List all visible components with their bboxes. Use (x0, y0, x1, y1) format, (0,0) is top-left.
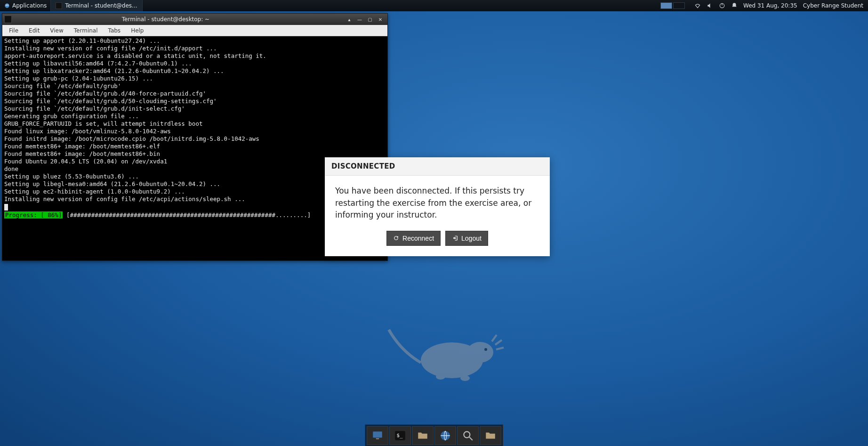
reconnect-label: Reconnect (402, 235, 434, 242)
terminal-icon (56, 2, 62, 9)
window-title: Terminal - student@desktop: ~ (15, 16, 345, 23)
terminal-icon: $_ (394, 430, 406, 442)
dialog-title: DISCONNECTED (325, 157, 550, 176)
dock: $_ (365, 424, 503, 446)
svg-point-2 (8, 5, 8, 6)
logout-icon (452, 235, 458, 241)
menu-view[interactable]: View (45, 26, 68, 35)
volume-icon[interactable] (707, 2, 713, 9)
logout-label: Logout (461, 235, 482, 242)
maximize-button[interactable]: ▢ (366, 16, 374, 23)
refresh-icon (393, 235, 399, 241)
clock[interactable]: Wed 31 Aug, 20:35 (743, 2, 797, 9)
titlebar[interactable]: Terminal - student@desktop: ~ ▴ — ▢ ✕ (2, 14, 387, 25)
workspace-2[interactable] (673, 2, 685, 9)
xfce-mouse-icon (4, 2, 10, 9)
taskbar-item-terminal[interactable]: Terminal - student@des... (51, 0, 142, 11)
user-menu[interactable]: Cyber Range Student (803, 2, 863, 9)
menu-file[interactable]: File (4, 26, 23, 35)
search-icon (462, 430, 474, 442)
wifi-icon[interactable] (694, 2, 701, 9)
svg-point-9 (460, 375, 470, 381)
top-panel: Applications Terminal - student@des... W… (0, 0, 868, 11)
dock-home[interactable] (480, 426, 501, 445)
reconnect-button[interactable]: Reconnect (386, 231, 441, 246)
svg-line-16 (469, 437, 473, 440)
rollup-button[interactable]: ▴ (345, 16, 354, 23)
svg-point-6 (467, 342, 493, 363)
svg-point-15 (464, 431, 470, 438)
logout-button[interactable]: Logout (445, 231, 488, 246)
menu-edit[interactable]: Edit (24, 26, 44, 35)
applications-menu[interactable]: Applications (0, 0, 51, 11)
taskbar-item-label: Terminal - student@des... (65, 2, 137, 9)
workspace-switcher[interactable] (660, 2, 685, 9)
menu-tabs[interactable]: Tabs (104, 26, 126, 35)
dock-search[interactable] (457, 426, 479, 445)
workspace-1[interactable] (660, 2, 672, 9)
svg-point-8 (436, 374, 445, 380)
globe-icon (439, 430, 451, 442)
close-button[interactable]: ✕ (376, 16, 385, 23)
terminal-app-icon (4, 16, 12, 23)
system-tray: Wed 31 Aug, 20:35 Cyber Range Student (690, 2, 868, 9)
dock-file-manager[interactable] (412, 426, 434, 445)
menu-help[interactable]: Help (126, 26, 148, 35)
notification-bell-icon[interactable] (731, 2, 738, 9)
desktop-mascot (386, 316, 508, 393)
dock-terminal[interactable]: $_ (389, 426, 411, 445)
menu-terminal[interactable]: Terminal (69, 26, 103, 35)
dialog-message: You have been disconnected. If this pers… (325, 176, 550, 231)
dock-show-desktop[interactable] (367, 426, 388, 445)
svg-rect-4 (722, 3, 722, 6)
menubar: File Edit View Terminal Tabs Help (2, 25, 387, 36)
folder-icon (484, 430, 497, 442)
svg-text:$_: $_ (396, 432, 403, 438)
dock-web-browser[interactable] (434, 426, 456, 445)
folder-icon (417, 430, 429, 442)
svg-rect-11 (376, 438, 379, 439)
svg-rect-10 (373, 431, 382, 438)
desktop-icon (371, 430, 384, 442)
disconnected-dialog: DISCONNECTED You have been disconnected.… (325, 157, 550, 256)
minimize-button[interactable]: — (355, 16, 364, 23)
power-icon[interactable] (719, 2, 725, 9)
svg-point-7 (484, 348, 487, 351)
svg-point-0 (5, 3, 9, 8)
applications-label: Applications (12, 2, 47, 9)
svg-point-1 (6, 5, 7, 6)
